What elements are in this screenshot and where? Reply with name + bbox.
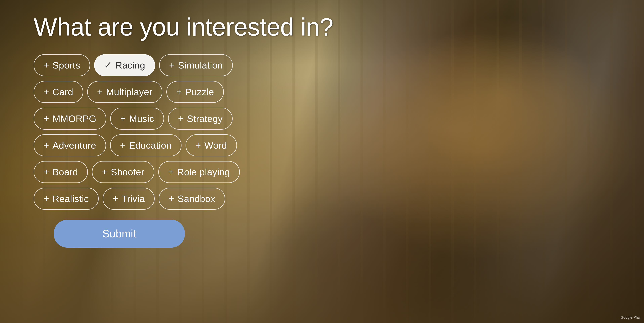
chip-sports[interactable]: +Sports [34,54,90,76]
chip-sandbox[interactable]: +Sandbox [159,188,225,210]
plus-icon: + [44,114,49,123]
chip-role-playing[interactable]: +Role playing [158,161,240,183]
chip-puzzle[interactable]: +Puzzle [166,81,224,103]
chip-label-puzzle: Puzzle [185,86,214,97]
chips-row-4: +Board+Shooter+Role playing [34,161,336,183]
chips-row-2: +MMORPG+Music+Strategy [34,108,336,130]
chips-row-5: +Realistic+Trivia+Sandbox [34,188,336,210]
chip-label-education: Education [129,140,172,151]
chip-racing[interactable]: ✓Racing [94,54,155,76]
plus-icon: + [102,167,108,177]
chip-label-role-playing: Role playing [177,167,230,177]
chip-label-trivia: Trivia [122,193,145,204]
plus-icon: + [120,114,126,123]
chip-label-card: Card [52,86,73,97]
chip-simulation[interactable]: +Simulation [159,54,233,76]
chip-mmorpg[interactable]: +MMORPG [34,108,106,130]
chip-shooter[interactable]: +Shooter [92,161,154,183]
chip-word[interactable]: +Word [186,134,237,156]
plus-icon: + [178,114,184,123]
chip-board[interactable]: +Board [34,161,88,183]
chip-strategy[interactable]: +Strategy [168,108,232,130]
chip-card[interactable]: +Card [34,81,83,103]
chip-education[interactable]: +Education [110,134,182,156]
chip-label-mmorpg: MMORPG [52,113,96,124]
chip-realistic[interactable]: +Realistic [34,188,99,210]
chip-multiplayer[interactable]: +Multiplayer [87,81,162,103]
plus-icon: + [44,140,49,150]
chips-grid: +Sports✓Racing+Simulation+Card+Multiplay… [34,54,336,210]
chip-label-racing: Racing [116,60,145,71]
plus-icon: + [176,87,182,96]
plus-icon: + [44,167,49,177]
plus-icon: + [196,140,201,150]
plus-icon: + [168,194,174,203]
plus-icon: + [44,60,49,70]
plus-icon: + [44,194,49,203]
plus-icon: + [112,194,118,203]
chip-label-sports: Sports [52,60,80,71]
chip-music[interactable]: +Music [110,108,164,130]
chips-row-0: +Sports✓Racing+Simulation [34,54,336,76]
chips-row-1: +Card+Multiplayer+Puzzle [34,81,336,103]
chip-label-word: Word [204,140,227,151]
chip-label-board: Board [52,167,78,177]
chip-label-realistic: Realistic [52,193,89,204]
chip-label-sandbox: Sandbox [178,193,216,204]
plus-icon: + [97,87,103,96]
chip-label-adventure: Adventure [52,140,96,151]
chips-row-3: +Adventure+Education+Word [34,134,336,156]
plus-icon: + [169,60,174,70]
submit-button[interactable]: Submit [54,220,185,248]
chip-adventure[interactable]: +Adventure [34,134,106,156]
page-title: What are you interested in? [34,13,336,41]
plus-icon: + [44,87,49,96]
main-content: What are you interested in? +Sports✓Raci… [34,13,336,248]
chip-label-strategy: Strategy [187,113,223,124]
chip-trivia[interactable]: +Trivia [103,188,154,210]
chip-label-multiplayer: Multiplayer [106,86,152,97]
checkmark-icon: ✓ [104,60,112,70]
chip-label-shooter: Shooter [111,167,144,177]
chip-label-music: Music [129,113,154,124]
plus-icon: + [168,167,174,177]
chip-label-simulation: Simulation [178,60,223,71]
plus-icon: + [120,140,126,150]
google-play-watermark: Google Play [620,315,641,320]
